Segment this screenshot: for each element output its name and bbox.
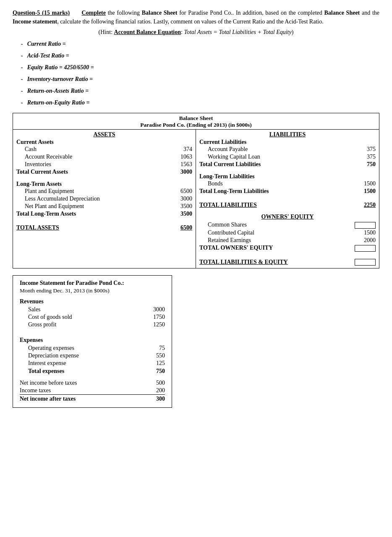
total-ca-row: Total Current Assets 3000 bbox=[16, 168, 192, 176]
cash-value: 374 bbox=[167, 146, 192, 153]
pe-value: 6500 bbox=[167, 188, 192, 195]
bs-title: Balance Sheet Paradise Pond Co. (Ending … bbox=[13, 113, 379, 130]
is-title-rest: for Paradise Pond Co.: bbox=[67, 280, 124, 286]
common-shares-row: Common Shares bbox=[199, 221, 376, 229]
dep-exp-row: Depreciation expense 550 bbox=[20, 352, 165, 360]
bonds-value: 1500 bbox=[350, 180, 376, 187]
niat-value: 300 bbox=[156, 396, 165, 402]
current-liabilities-header: Current Liabilities bbox=[199, 139, 376, 146]
contributed-label: Contributed Capital bbox=[199, 229, 254, 236]
contributed-row: Contributed Capital 1500 bbox=[199, 229, 376, 237]
dep-exp-value: 550 bbox=[144, 352, 165, 359]
ratio-item-roe: - Return-on-Equity Ratio = bbox=[21, 99, 379, 106]
dep-exp-label: Depreciation expense bbox=[20, 352, 79, 359]
bonds-label: Bonds bbox=[199, 180, 223, 187]
total-lta-row: Total Long-Term Assets 3500 bbox=[16, 210, 192, 218]
op-exp-label: Operating expenses bbox=[20, 345, 74, 352]
is-subtitle: Month ending Dec. 31, 2013 (in $000s) bbox=[20, 287, 165, 294]
expenses-header: Expenses bbox=[20, 337, 165, 344]
retained-value: 2000 bbox=[350, 237, 376, 244]
total-ltl-row: Total Long-Term Liabilities 1500 bbox=[199, 188, 376, 195]
lta-header: Long-Term Assets bbox=[16, 181, 192, 188]
bs-liabilities-column: LIABILITIES Current Liabilities Account … bbox=[196, 130, 379, 268]
hint-text: (Hint: Account Balance Equation: Total A… bbox=[13, 28, 379, 36]
total-exp-row: Total expenses 750 bbox=[20, 368, 165, 375]
contributed-value: 1500 bbox=[350, 229, 376, 236]
bs-body: ASSETS Current Assets Cash 374 Account R… bbox=[13, 130, 379, 268]
total-liab-equity-row: TOTAL LIABILITIES & EQUITY bbox=[199, 256, 376, 267]
ratio-item-acid: - Acid-Test Ratio = bbox=[21, 52, 379, 59]
common-shares-blank[interactable] bbox=[350, 222, 376, 229]
total-equity-row: TOTAL OWNERS' EQUITY bbox=[199, 244, 376, 252]
wcl-label: Working Capital Loan bbox=[199, 154, 260, 160]
total-lta-label: Total Long-Term Assets bbox=[16, 211, 76, 217]
gross-profit-row: Gross profit 1250 bbox=[20, 321, 165, 328]
total-equity-blank[interactable] bbox=[355, 245, 376, 252]
int-exp-value: 125 bbox=[144, 360, 165, 367]
pe-row: Plant and Equipment 6500 bbox=[16, 188, 192, 195]
inv-label: Inventories bbox=[16, 161, 51, 168]
inv-value: 1563 bbox=[167, 161, 192, 168]
ratio-item-roa: - Return-on-Assets Ratio = bbox=[21, 88, 379, 94]
wcl-row: Working Capital Loan 375 bbox=[199, 153, 376, 161]
revenues-header: Revenues bbox=[20, 298, 165, 305]
op-exp-value: 75 bbox=[144, 345, 165, 352]
nibt-value: 500 bbox=[144, 380, 165, 386]
cash-row: Cash 374 bbox=[16, 146, 192, 153]
income-taxes-row: Income taxes 200 bbox=[20, 387, 165, 394]
total-liab-equity-blank[interactable] bbox=[350, 259, 376, 266]
accum-dep-row: Less Accumulated Depreciation 3000 bbox=[16, 195, 192, 203]
ratio-roa-label: Return-on-Assets Ratio = bbox=[27, 88, 89, 94]
total-cl-value: 750 bbox=[367, 161, 376, 168]
total-ca-value: 3000 bbox=[180, 169, 192, 175]
total-liab-equity-label: TOTAL LIABILITIES & EQUITY bbox=[199, 259, 288, 266]
retained-row: Retained Earnings 2000 bbox=[199, 237, 376, 244]
total-ca-label: Total Current Assets bbox=[16, 169, 68, 175]
sales-value: 3000 bbox=[144, 306, 165, 313]
total-assets-row: TOTAL ASSETS 6500 bbox=[16, 222, 192, 232]
ap-label: Account Payable bbox=[199, 146, 248, 153]
total-ltl-label: Total Long-Term Liabilities bbox=[199, 188, 269, 195]
cash-label: Cash bbox=[16, 146, 37, 153]
gross-profit-value: 1250 bbox=[144, 321, 165, 328]
balance-sheet: Balance Sheet Paradise Pond Co. (Ending … bbox=[13, 113, 379, 268]
niat-row: Net income after taxes 300 bbox=[20, 394, 165, 403]
total-ltl-value: 1500 bbox=[364, 188, 376, 195]
is-title: Income Statement for Paradise Pond Co.: bbox=[20, 280, 165, 287]
total-exp-label: Total expenses bbox=[20, 368, 64, 375]
pe-label: Plant and Equipment bbox=[16, 188, 74, 195]
total-equity-label: TOTAL OWNERS' EQUITY bbox=[199, 245, 273, 252]
net-pe-row: Net Plant and Equipment 3500 bbox=[16, 203, 192, 210]
int-exp-label: Interest expense bbox=[20, 360, 66, 367]
accum-dep-label: Less Accumulated Depreciation bbox=[16, 196, 100, 202]
total-liabilities-row: TOTAL LIABILITIES 2250 bbox=[199, 199, 376, 209]
total-lta-value: 3500 bbox=[180, 211, 192, 217]
ratio-item-inventory: - Inventory-turnover Ratio = bbox=[21, 76, 379, 83]
retained-label: Retained Earnings bbox=[199, 237, 251, 244]
question-header: Question-5 (15 marks) Complete the follo… bbox=[13, 8, 379, 36]
ratio-equity-label: Equity Ratio = 4250/6500 = bbox=[27, 64, 94, 71]
ltl-header: Long-Term Liabilities bbox=[199, 173, 376, 180]
is-title-text: Income Statement bbox=[20, 280, 65, 286]
income-taxes-value: 200 bbox=[144, 387, 165, 394]
ratio-list: - Current Ratio = - Acid-Test Ratio = - … bbox=[21, 41, 379, 106]
income-statement: Income Statement for Paradise Pond Co.: … bbox=[13, 275, 172, 408]
inv-row: Inventories 1563 bbox=[16, 161, 192, 168]
ar-value: 1063 bbox=[167, 154, 192, 160]
nibt-label: Net income before taxes bbox=[20, 380, 77, 386]
bs-title-sub: Paradise Pond Co. (Ending of 2013) (in $… bbox=[13, 122, 379, 128]
common-shares-label: Common Shares bbox=[199, 222, 247, 229]
total-exp-value: 750 bbox=[156, 368, 165, 375]
total-liabilities-label: TOTAL LIABILITIES bbox=[199, 202, 257, 209]
cogs-row: Cost of goods sold 1750 bbox=[20, 313, 165, 321]
sales-row: Sales 3000 bbox=[20, 306, 165, 313]
total-cl-label: Total Current Liabilities bbox=[199, 161, 261, 168]
ratio-current-label: Current Ratio = bbox=[27, 41, 66, 47]
total-liabilities-value: 2250 bbox=[350, 202, 376, 209]
income-taxes-label: Income taxes bbox=[20, 387, 51, 394]
cogs-label: Cost of goods sold bbox=[20, 314, 72, 321]
net-pe-value: 3500 bbox=[167, 203, 192, 210]
ratio-roe-label: Return-on-Equity Ratio = bbox=[27, 99, 90, 106]
ar-label: Account Receivable bbox=[16, 154, 72, 160]
complete-word: Complete bbox=[81, 10, 106, 16]
